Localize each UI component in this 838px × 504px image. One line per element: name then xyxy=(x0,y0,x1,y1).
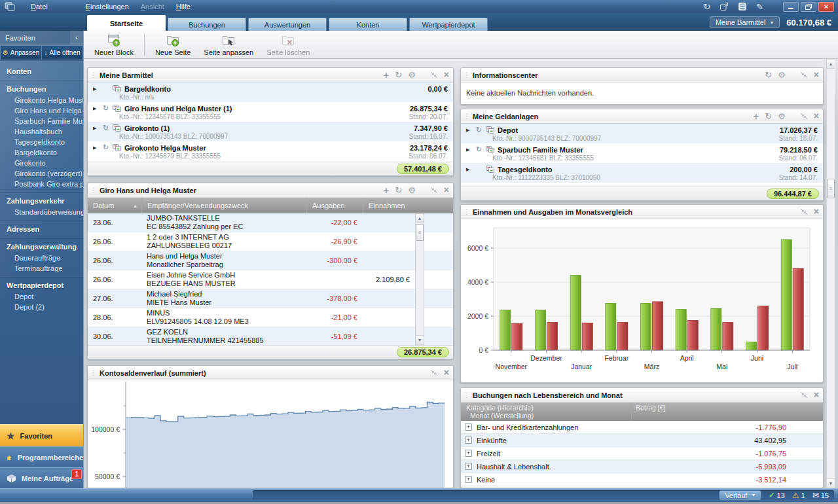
main-scrollbar[interactable]: ▲ ≡ ▼ xyxy=(826,59,835,488)
sidebar-button-meine-auftraege[interactable]: Meine Aufträge 1 xyxy=(0,467,83,488)
sidebar-item[interactable]: Depot xyxy=(0,291,83,302)
table-row[interactable]: + Haushalt & Lebenshalt. -5.993,09 xyxy=(461,460,823,473)
close-button[interactable]: × xyxy=(818,2,834,12)
table-row[interactable]: 26.06. Eisen Johne Service GmbHBEZUEGE H… xyxy=(88,270,453,289)
drag-handle-icon[interactable]: ⋮ xyxy=(464,208,470,215)
sidebar-item[interactable]: Haushaltsbuch xyxy=(0,126,83,137)
collapse-icon[interactable] xyxy=(430,71,438,79)
account-filter-dropdown[interactable]: Meine Barmittel ▼ xyxy=(710,16,780,28)
sidebar-section-header[interactable]: Adressen xyxy=(0,223,83,235)
table-row[interactable]: + Einkünfte 43.402,95 xyxy=(461,434,823,447)
account-row[interactable]: ▶ ↻ Sparbuch Familie Muster 79.218,50 € … xyxy=(461,143,823,163)
table-row[interactable]: + Bar- und Kreditkartenzahlungen -1.776,… xyxy=(461,421,823,434)
sidebar-item[interactable]: Postbank Giro extra plus xyxy=(0,179,83,189)
sidebar-item[interactable]: Girokonto xyxy=(0,158,83,168)
gear-icon[interactable]: ⚙ xyxy=(408,71,416,79)
table-row[interactable]: 26.06. 1 2 oder 3 INTERNET AGZAHLUNGSBEL… xyxy=(88,232,453,251)
account-row[interactable]: ▶ ↻ Depot 17.026,37 € Kto.-Nr.: 90007351… xyxy=(461,124,823,143)
table-row[interactable]: 26.06. Hans und Helga MusterMonatlicher … xyxy=(88,251,453,270)
tab[interactable]: Auswertungen xyxy=(248,18,327,31)
refresh-icon[interactable]: ↻ xyxy=(765,112,772,120)
sidebar-item[interactable]: Girokonto Helga Muster xyxy=(0,95,83,105)
gear-icon[interactable]: ⚙ xyxy=(778,112,786,120)
scroll-down-icon[interactable]: ▼ xyxy=(827,478,835,488)
expand-plus-icon[interactable]: + xyxy=(465,450,472,457)
collapse-icon[interactable] xyxy=(800,208,808,215)
close-icon[interactable]: × xyxy=(814,391,819,399)
sidebar-item[interactable]: Tagesgeldkonto xyxy=(0,137,83,147)
close-icon[interactable]: × xyxy=(444,369,449,377)
column-header-ausgaben[interactable]: Ausgaben xyxy=(306,198,363,213)
expand-icon[interactable]: ▶ xyxy=(93,126,103,131)
column-header-datum[interactable]: Datum▲ xyxy=(88,202,141,209)
row-refresh-icon[interactable]: ↻ xyxy=(103,124,112,132)
sidebar-item[interactable]: Daueraufträge xyxy=(0,253,83,263)
menu-item[interactable]: Hilfe xyxy=(176,3,191,10)
drag-handle-icon[interactable]: ⋮ xyxy=(90,187,97,194)
expand-icon[interactable]: ▶ xyxy=(466,167,476,172)
column-header-empfaenger[interactable]: Empfänger/Verwendungszweck xyxy=(141,198,306,213)
expand-plus-icon[interactable]: + xyxy=(465,423,472,431)
row-refresh-icon[interactable]: ↻ xyxy=(476,145,485,154)
sidebar-section-header[interactable]: Buchungen xyxy=(0,82,83,95)
account-row[interactable]: ▶ ↻ Bargeldkonto 0,00 € Kto.-Nr.: n/a xyxy=(88,82,453,102)
scrollbar-thumb[interactable]: ≡ xyxy=(827,179,835,198)
column-header-kategorie[interactable]: Kategorie (Hierarchie) Monat (Wertstellu… xyxy=(461,403,631,421)
close-icon[interactable]: × xyxy=(814,112,819,120)
status-messages[interactable]: ✉15 xyxy=(812,491,829,500)
scrollbar-thumb[interactable]: ≡ xyxy=(416,224,424,241)
collapse-icon[interactable] xyxy=(800,71,808,79)
tab[interactable]: Startseite xyxy=(87,15,166,31)
refresh-icon[interactable]: ↻ xyxy=(395,186,402,194)
customize-button[interactable]: ⚙Anpassen xyxy=(0,45,42,60)
sidebar-section-header[interactable]: Konten xyxy=(0,65,83,77)
table-row[interactable]: 27.06. Michael SiegfriedMIETE Hans Muste… xyxy=(88,289,453,308)
drag-handle-icon[interactable]: ⋮ xyxy=(90,369,97,376)
table-row[interactable]: + Freizeit -1.076,75 xyxy=(461,447,823,460)
scroll-up-icon[interactable]: ▲ xyxy=(827,60,835,69)
add-icon[interactable]: + xyxy=(753,112,759,120)
new-block-button[interactable]: Neuer Block xyxy=(88,32,140,57)
restore-button[interactable] xyxy=(801,2,816,12)
status-warnings[interactable]: ⚠1 xyxy=(792,491,805,500)
status-ok[interactable]: ✓13 xyxy=(769,491,784,499)
collapse-icon[interactable] xyxy=(430,369,438,376)
drag-handle-icon[interactable]: ⋮ xyxy=(90,71,97,79)
close-icon[interactable]: × xyxy=(444,186,449,194)
expand-plus-icon[interactable]: + xyxy=(465,437,472,444)
sidebar-item[interactable]: Bargeldkonto xyxy=(0,147,83,158)
close-icon[interactable]: × xyxy=(444,71,449,79)
account-row[interactable]: ▶ ↻ Giro Hans und Helga Muster (1) 26.87… xyxy=(88,102,453,122)
sidebar-item[interactable]: Girokonto (verzögert) xyxy=(0,168,83,179)
refresh-icon[interactable]: ↻ xyxy=(765,71,772,79)
collapse-icon[interactable] xyxy=(800,391,808,399)
row-refresh-icon[interactable]: ↻ xyxy=(103,143,112,152)
account-row[interactable]: ▶ ↻ Girokonto Helga Muster 23.178,24 € K… xyxy=(88,141,453,161)
refresh-icon[interactable]: ↻ xyxy=(703,3,710,11)
add-icon[interactable]: + xyxy=(383,186,389,194)
expand-icon[interactable]: ▶ xyxy=(93,106,103,111)
expand-plus-icon[interactable]: + xyxy=(465,476,472,483)
sidebar-item[interactable]: Sparbuch Familie Muster xyxy=(0,116,83,126)
edit-page-button[interactable]: Seite anpassen xyxy=(197,32,260,57)
menu-item[interactable]: Einstellungen xyxy=(86,3,129,10)
drag-handle-icon[interactable]: ⋮ xyxy=(464,113,470,120)
account-row[interactable]: ▶ ↻ Tagesgeldkonto 200,00 € Kto.-Nr.: 11… xyxy=(461,163,823,183)
sidebar-button-favoriten[interactable]: ★ Favoriten xyxy=(0,424,83,446)
column-header-betrag[interactable]: Betrag [€] xyxy=(631,403,823,421)
table-scrollbar[interactable]: ▲ ≡ ▼ xyxy=(415,213,424,345)
row-refresh-icon[interactable]: ↻ xyxy=(103,104,112,113)
list-icon[interactable] xyxy=(738,2,747,11)
drag-handle-icon[interactable]: ⋮ xyxy=(464,71,470,79)
tab[interactable]: Buchungen xyxy=(168,18,246,31)
add-icon[interactable]: + xyxy=(383,71,389,79)
table-row[interactable]: + Keine -3.512,14 xyxy=(461,473,823,486)
expand-icon[interactable]: ▶ xyxy=(466,128,476,133)
scroll-down-icon[interactable]: ▼ xyxy=(416,335,424,344)
close-icon[interactable]: × xyxy=(814,207,819,216)
sidebar-section-header[interactable]: Zahlungsverwaltung xyxy=(0,240,83,253)
close-icon[interactable]: × xyxy=(814,71,819,79)
gear-icon[interactable]: ⚙ xyxy=(408,186,416,194)
compose-icon[interactable]: ✎ xyxy=(756,3,763,11)
new-page-button[interactable]: Neue Seite xyxy=(149,32,197,57)
